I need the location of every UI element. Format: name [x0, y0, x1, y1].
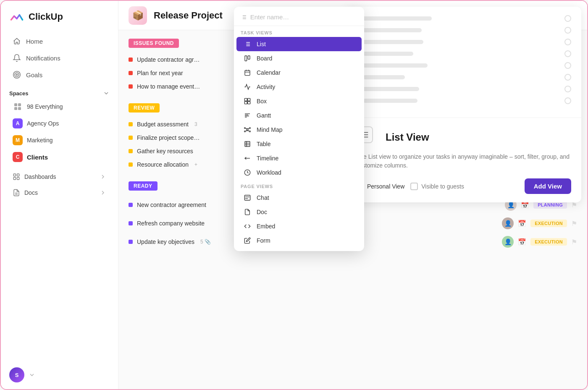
sidebar-item-goals[interactable]: Goals [4, 66, 115, 83]
activity-icon [243, 84, 252, 90]
preview-circle [564, 97, 571, 104]
dropdown-item-board[interactable]: Board [236, 51, 362, 65]
status-badge: EXECUTION [530, 220, 567, 227]
list-view-icon [243, 41, 252, 47]
dropdown-item-timeline[interactable]: Timeline [236, 151, 362, 165]
right-panel-info: List View Use List view to organize your… [346, 118, 581, 202]
board-icon [243, 55, 252, 62]
svg-line-46 [245, 131, 247, 131]
list-view-info-panel: List View Use List view to organize your… [346, 7, 581, 202]
sidebar-label-home: Home [26, 38, 43, 45]
sidebar-label-docs: Docs [24, 189, 38, 196]
dropdown-item-label: Table [257, 141, 270, 147]
home-icon [13, 37, 21, 45]
svg-point-1 [15, 73, 19, 77]
view-name-input[interactable] [250, 13, 357, 21]
preview-bar [356, 16, 432, 21]
sidebar-footer: S [1, 361, 118, 389]
sidebar-label-marketing: Marketing [27, 137, 52, 144]
dropdown-item-table[interactable]: Table [236, 137, 362, 151]
dropdown-item-workload[interactable]: Workload [236, 165, 362, 180]
sidebar-item-docs[interactable]: Docs [4, 185, 115, 201]
dropdown-item-chat[interactable]: Chat [236, 191, 362, 205]
agency-ops-avatar: A [13, 118, 23, 128]
chat-icon [243, 194, 252, 201]
sidebar-item-notifications[interactable]: Notifications [4, 50, 115, 66]
form-icon [243, 237, 252, 244]
sidebar-item-marketing[interactable]: M Marketing [4, 132, 115, 149]
dropdown-item-label: Workload [257, 169, 281, 176]
dropdown-item-label: Doc [257, 209, 267, 215]
sidebar-item-agency-ops[interactable]: A Agency Ops [4, 115, 115, 132]
svg-rect-34 [248, 102, 250, 104]
preview-circle [564, 62, 571, 69]
visible-guests-checkbox[interactable]: Visible to guests [410, 183, 464, 190]
list-icon-header [241, 14, 247, 21]
task-dot [129, 149, 133, 153]
dropdown-item-label: Calendar [257, 69, 281, 76]
sidebar-label-clients: Clients [27, 154, 48, 161]
page-views-label: PAGE VIEWS [234, 180, 364, 191]
task-assignee-avatar: 👤 [502, 217, 514, 229]
dropdown-item-form[interactable]: Form [236, 233, 362, 248]
preview-circle [564, 50, 571, 57]
dropdown-item-calendar[interactable]: Calendar [236, 65, 362, 80]
task-assignee-avatar: 👤 [502, 236, 514, 248]
task-dot [129, 71, 133, 75]
svg-rect-27 [245, 71, 250, 76]
dropdown-item-mind-map[interactable]: Mind Map [236, 123, 362, 137]
dropdown-item-label: Timeline [257, 155, 278, 162]
task-dot [129, 58, 133, 62]
task-label: Refresh company website [137, 220, 205, 227]
dropdown-item-embed[interactable]: Embed [236, 219, 362, 233]
dropdown-item-label: Activity [257, 84, 275, 90]
svg-rect-7 [13, 174, 16, 176]
project-title: Release Project [154, 10, 223, 21]
visible-guests-checkbox-icon [410, 183, 418, 190]
preview-circle [564, 39, 571, 45]
sidebar-item-dashboards[interactable]: Dashboards [4, 169, 115, 185]
mindmap-icon [243, 126, 252, 133]
preview-bar [363, 52, 413, 56]
workload-icon [243, 169, 252, 176]
visible-guests-label: Visible to guests [421, 183, 464, 190]
dropdown-item-activity[interactable]: Activity [236, 80, 362, 94]
task-label: New contractor agreement [137, 202, 206, 208]
svg-point-41 [249, 128, 251, 129]
list-view-title: List View [386, 131, 429, 143]
sidebar-label-everything: 98 Everything [27, 103, 63, 110]
add-view-button[interactable]: Add View [525, 178, 571, 194]
badge-ready: READY [129, 181, 158, 191]
chevron-right-icon [100, 173, 106, 180]
preview-line [356, 62, 571, 69]
preview-lines [356, 15, 571, 104]
spaces-section-header[interactable]: Spaces [1, 83, 118, 98]
dropdown-item-doc[interactable]: Doc [236, 205, 362, 219]
dropdown-item-box[interactable]: Box [236, 94, 362, 108]
task-extra: 3 [194, 121, 197, 127]
preview-circle [564, 74, 571, 81]
badge-review: REVIEW [129, 103, 160, 113]
svg-point-40 [244, 128, 246, 129]
preview-bar [363, 75, 405, 79]
dropdown-item-gantt[interactable]: Gantt [236, 108, 362, 123]
task-dot [129, 221, 133, 225]
main-content: 📦 Release Project ISSUES FOUND Update co… [118, 1, 587, 389]
dropdown-item-list[interactable]: List [236, 37, 362, 51]
user-avatar[interactable]: S [9, 367, 24, 382]
preview-bar [356, 40, 423, 44]
task-right: 👤 📅 EXECUTION ⚑ [502, 236, 577, 248]
sidebar-label-notifications: Notifications [26, 55, 60, 62]
sidebar-item-everything[interactable]: 98 Everything [4, 98, 115, 115]
svg-rect-6 [18, 107, 21, 110]
sidebar-item-home[interactable]: Home [4, 33, 115, 50]
svg-line-47 [247, 131, 249, 131]
list-view-header: List View [356, 126, 571, 148]
task-label: Finalize project scope… [137, 134, 200, 141]
sidebar-item-clients[interactable]: C Clients [4, 149, 115, 165]
preview-line [356, 15, 571, 22]
flag-icon: ⚑ [571, 238, 577, 246]
task-extra: 5 📎 [200, 239, 211, 245]
preview-circle [564, 15, 571, 22]
target-icon [13, 71, 21, 79]
